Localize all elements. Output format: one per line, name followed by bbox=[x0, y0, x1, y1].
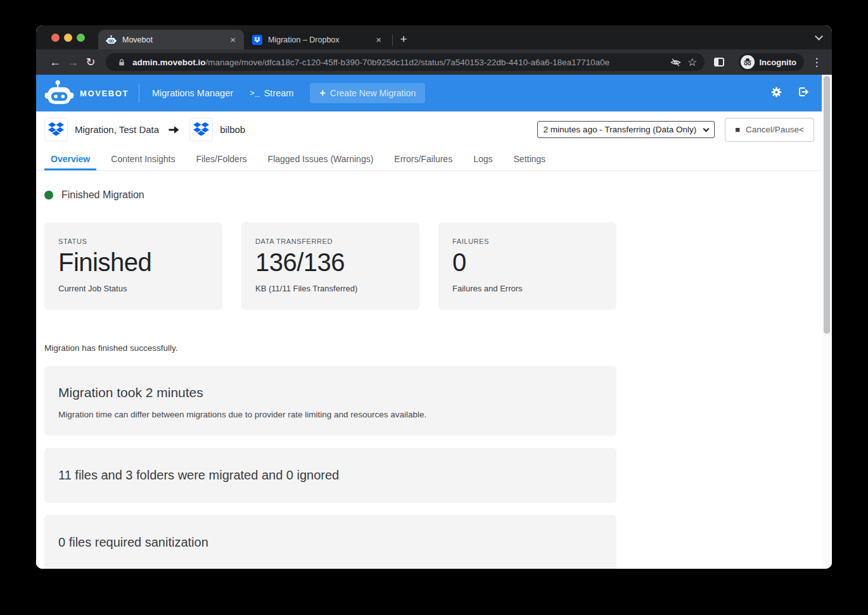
overview-panel: Finished Migration STATUS Finished Curre… bbox=[36, 171, 822, 569]
page-scrollbar-thumb[interactable] bbox=[824, 76, 830, 334]
back-icon[interactable]: ← bbox=[46, 53, 64, 71]
new-tab-button[interactable]: + bbox=[395, 31, 412, 48]
nav-stream[interactable]: >_ Stream bbox=[250, 88, 293, 98]
tab-logs[interactable]: Logs bbox=[467, 148, 499, 170]
card-value: 136/136 bbox=[255, 248, 405, 276]
info-box-sanitization: 0 files required sanitization bbox=[44, 515, 616, 569]
migration-title-row: Migration, Test Data bbox=[36, 111, 822, 148]
tab-flagged-issues[interactable]: Flagged Issues (Warnings) bbox=[262, 148, 380, 170]
tab-title: Movebot bbox=[122, 35, 228, 44]
browser-tabstrip: Movebot × Migration – Dropbox × + bbox=[36, 25, 832, 49]
info-box-migrated-counts: 11 files and 3 folders were migrated and… bbox=[44, 448, 616, 503]
chevron-down-icon bbox=[703, 126, 710, 132]
info-box-title: 11 files and 3 folders were migrated and… bbox=[58, 468, 603, 483]
nav-migrations-manager[interactable]: Migrations Manager bbox=[152, 88, 233, 98]
migration-summary-text: Migration has finished successfully. bbox=[44, 343, 822, 353]
info-box-duration: Migration took 2 minutes Migration time … bbox=[44, 366, 616, 436]
browser-toolbar: ← → ↻ admin.movebot.io /manage/move/dfca… bbox=[36, 49, 832, 75]
url-host: admin.movebot.io bbox=[132, 58, 206, 67]
cancel-pause-button[interactable]: ■ Cancel/Pause< bbox=[725, 118, 814, 142]
card-label: STATUS bbox=[58, 238, 208, 245]
migration-status-line: Finished Migration bbox=[44, 189, 822, 201]
stat-cards: STATUS Finished Current Job Status DATA … bbox=[44, 222, 822, 310]
app-header: MOVEBOT Migrations Manager >_ Stream + C… bbox=[36, 75, 822, 111]
arrow-right-icon bbox=[169, 125, 180, 134]
traffic-lights bbox=[51, 34, 85, 42]
card-subtext: KB (11/11 Files Transferred) bbox=[255, 284, 405, 293]
eye-off-icon[interactable] bbox=[668, 54, 684, 70]
side-panel-icon[interactable] bbox=[711, 54, 727, 70]
dropbox-favicon-icon bbox=[252, 34, 262, 45]
nav-stream-label: Stream bbox=[264, 88, 294, 98]
card-subtext: Current Job Status bbox=[58, 284, 208, 293]
incognito-icon bbox=[741, 55, 755, 69]
browser-tab-movebot[interactable]: Movebot × bbox=[98, 30, 244, 49]
card-label: DATA TRANSFERRED bbox=[255, 238, 405, 245]
tab-divider bbox=[392, 34, 393, 46]
bookmark-star-icon[interactable]: ☆ bbox=[684, 54, 701, 70]
data-transferred-card: DATA TRANSFERRED 136/136 KB (11/11 Files… bbox=[241, 222, 419, 310]
info-box-subtitle: Migration time can differ between migrat… bbox=[58, 410, 603, 419]
tab-list-chevron-icon[interactable] bbox=[815, 32, 823, 41]
status-text: Finished Migration bbox=[61, 189, 144, 201]
tab-close-icon[interactable]: × bbox=[374, 35, 383, 44]
page-tabs: Overview Content Insights Files/Folders … bbox=[36, 148, 822, 171]
info-box-title: 0 files required sanitization bbox=[58, 535, 603, 550]
settings-gear-icon[interactable] bbox=[770, 86, 782, 101]
incognito-badge[interactable]: Incognito bbox=[739, 53, 805, 71]
run-history-selected-option: 2 minutes ago - Transferring (Data Only) bbox=[544, 125, 697, 134]
tab-title: Migration – Dropbox bbox=[268, 35, 374, 44]
tab-close-icon[interactable]: × bbox=[228, 35, 238, 44]
card-value: Finished bbox=[58, 248, 208, 276]
tab-overview[interactable]: Overview bbox=[44, 148, 96, 170]
card-label: FAILURES bbox=[452, 238, 603, 245]
tab-settings[interactable]: Settings bbox=[507, 148, 552, 170]
destination-name: bilbob bbox=[220, 124, 245, 135]
card-subtext: Failures and Errors bbox=[452, 284, 603, 293]
terminal-prompt-icon: >_ bbox=[250, 89, 260, 98]
create-new-migration-button[interactable]: + Create New Migration bbox=[310, 83, 425, 103]
header-divider bbox=[139, 84, 139, 103]
tab-files-folders[interactable]: Files/Folders bbox=[189, 148, 253, 170]
stop-square-icon: ■ bbox=[735, 125, 740, 134]
status-green-dot-icon bbox=[44, 191, 53, 200]
info-box-title: Migration took 2 minutes bbox=[58, 385, 603, 400]
logout-icon[interactable] bbox=[798, 86, 809, 100]
forward-icon[interactable]: → bbox=[64, 53, 82, 71]
url-address-bar[interactable]: admin.movebot.io /manage/move/dfca18c7-c… bbox=[106, 53, 705, 71]
source-name: Migration, Test Data bbox=[75, 124, 159, 135]
browser-menu-icon[interactable]: ⋮ bbox=[810, 56, 823, 69]
cancel-pause-label: Cancel/Pause< bbox=[746, 125, 804, 134]
plus-icon: + bbox=[319, 88, 325, 98]
create-button-label: Create New Migration bbox=[330, 88, 416, 98]
failures-card: FAILURES 0 Failures and Errors bbox=[438, 222, 616, 310]
browser-window: Movebot × Migration – Dropbox × + bbox=[36, 25, 832, 569]
window-maximize-button[interactable] bbox=[77, 34, 85, 42]
card-value: 0 bbox=[452, 248, 603, 276]
run-history-select[interactable]: 2 minutes ago - Transferring (Data Only) bbox=[537, 121, 715, 138]
lock-icon bbox=[113, 54, 130, 70]
brand-label: MOVEBOT bbox=[80, 89, 129, 98]
page-scrollbar-track[interactable] bbox=[822, 75, 832, 569]
tab-errors-failures[interactable]: Errors/Failures bbox=[388, 148, 459, 170]
browser-tab-dropbox[interactable]: Migration – Dropbox × bbox=[244, 30, 390, 49]
tab-content-insights[interactable]: Content Insights bbox=[105, 148, 181, 170]
source-provider-dropbox-icon bbox=[44, 118, 68, 141]
movebot-logo-icon[interactable] bbox=[44, 80, 74, 107]
url-path: /manage/move/dfca18c7-c120-45ff-b390-70b… bbox=[206, 58, 668, 67]
reload-icon[interactable]: ↻ bbox=[82, 53, 99, 71]
incognito-label: Incognito bbox=[760, 58, 797, 67]
destination-provider-dropbox-icon bbox=[189, 118, 213, 141]
window-close-button[interactable] bbox=[51, 34, 60, 42]
window-minimize-button[interactable] bbox=[64, 34, 72, 42]
movebot-favicon-icon bbox=[106, 34, 117, 45]
status-card: STATUS Finished Current Job Status bbox=[44, 222, 222, 310]
